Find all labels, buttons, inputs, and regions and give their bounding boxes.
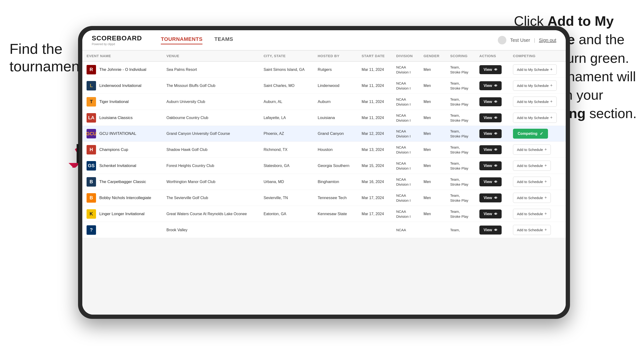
event-name-cell: T Tiger Invitational bbox=[82, 94, 162, 110]
hosted-cell: Kennesaw State bbox=[313, 206, 357, 222]
add-to-schedule-button[interactable]: Add to Schedule + bbox=[513, 225, 551, 235]
scoring-cell: Team,Stroke Play bbox=[446, 158, 475, 174]
actions-cell: View 👁 bbox=[475, 110, 509, 126]
division-cell: NCAADivision I bbox=[392, 110, 419, 126]
event-name-text: Louisiana Classics bbox=[99, 116, 133, 120]
nav-tabs: TOURNAMENTS TEAMS bbox=[161, 36, 233, 44]
app-header: SCOREBOARD Powered by clippd TOURNAMENTS… bbox=[82, 30, 566, 50]
date-cell: Mar 12, 2024 bbox=[357, 126, 392, 142]
view-label: View bbox=[484, 164, 492, 168]
event-name-cell: R The Johnnie - O Individual bbox=[82, 61, 162, 78]
add-to-schedule-button[interactable]: Add to My Schedule + bbox=[513, 64, 557, 75]
event-name-cell: K Linger Longer Invitational bbox=[82, 206, 162, 222]
plus-icon: + bbox=[550, 115, 553, 120]
event-name-text: The Carpetbagger Classic bbox=[99, 179, 146, 184]
col-actions: ACTIONS bbox=[475, 50, 509, 61]
competing-cell: Competing ✓ bbox=[509, 126, 566, 142]
view-button[interactable]: View 👁 bbox=[480, 65, 502, 74]
table-row: B Bobby Nichols Intercollegiate The Sevi… bbox=[82, 190, 566, 206]
view-button[interactable]: View 👁 bbox=[480, 226, 502, 234]
gender-cell: Men bbox=[419, 174, 446, 190]
eye-icon: 👁 bbox=[494, 180, 497, 184]
date-cell: Mar 11, 2024 bbox=[357, 110, 392, 126]
event-name-cell: L Lindenwood Invitational bbox=[82, 78, 162, 94]
tab-teams[interactable]: TEAMS bbox=[214, 36, 233, 44]
competing-button[interactable]: Competing ✓ bbox=[513, 129, 548, 139]
city-cell: Saint Charles, MO bbox=[259, 78, 313, 94]
add-label: Add to My Schedule bbox=[517, 100, 549, 104]
date-cell: Mar 11, 2024 bbox=[357, 61, 392, 78]
view-label: View bbox=[484, 132, 492, 136]
gender-cell: Men bbox=[419, 158, 446, 174]
eye-icon: 👁 bbox=[494, 116, 497, 120]
event-name-cell: B Bobby Nichols Intercollegiate bbox=[82, 190, 162, 206]
eye-icon: 👁 bbox=[494, 228, 497, 232]
add-to-schedule-button[interactable]: Add to My Schedule + bbox=[513, 97, 557, 107]
left-annotation: Find the tournament. bbox=[10, 40, 90, 75]
gender-cell: Men bbox=[419, 126, 446, 142]
view-button[interactable]: View 👁 bbox=[480, 113, 502, 122]
view-button[interactable]: View 👁 bbox=[480, 97, 502, 106]
col-date: START DATE bbox=[357, 50, 392, 61]
checkmark-icon: ✓ bbox=[540, 131, 543, 136]
add-to-schedule-button[interactable]: Add to My Schedule + bbox=[513, 81, 557, 91]
scoring-cell: Team,Stroke Play bbox=[446, 110, 475, 126]
actions-cell: View 👁 bbox=[475, 126, 509, 142]
division-cell: NCAADivision I bbox=[392, 78, 419, 94]
division-cell: NCAADivision I bbox=[392, 142, 419, 158]
view-button[interactable]: View 👁 bbox=[480, 145, 502, 154]
gender-cell: Men bbox=[419, 78, 446, 94]
view-button[interactable]: View 👁 bbox=[480, 193, 502, 202]
team-logo: R bbox=[86, 65, 96, 74]
add-to-schedule-button[interactable]: Add to Schedule + bbox=[513, 209, 551, 219]
team-logo: B bbox=[86, 177, 96, 186]
view-label: View bbox=[484, 84, 492, 88]
venue-cell: Auburn University Club bbox=[162, 94, 260, 110]
event-name-text: Champions Cup bbox=[99, 147, 128, 152]
event-name-cell: LA Louisiana Classics bbox=[82, 110, 162, 126]
add-to-schedule-button[interactable]: Add to Schedule + bbox=[513, 145, 551, 155]
actions-cell: View 👁 bbox=[475, 222, 509, 238]
add-label: Add to My Schedule bbox=[517, 116, 549, 120]
city-cell: Phoenix, AZ bbox=[259, 126, 313, 142]
city-cell bbox=[259, 222, 313, 238]
add-to-schedule-button[interactable]: Add to Schedule + bbox=[513, 161, 551, 171]
col-city: CITY, STATE bbox=[259, 50, 313, 61]
view-label: View bbox=[484, 116, 492, 120]
actions-cell: View 👁 bbox=[475, 174, 509, 190]
add-to-schedule-button[interactable]: Add to Schedule + bbox=[513, 177, 551, 187]
division-cell: NCAADivision I bbox=[392, 190, 419, 206]
plus-icon: + bbox=[544, 147, 547, 152]
event-name-text: The Johnnie - O Individual bbox=[99, 67, 146, 72]
view-button[interactable]: View 👁 bbox=[480, 129, 502, 138]
date-cell: Mar 17, 2024 bbox=[357, 190, 392, 206]
col-competing: COMPETING bbox=[509, 50, 566, 61]
add-to-schedule-button[interactable]: Add to My Schedule + bbox=[513, 113, 557, 123]
plus-icon: + bbox=[544, 227, 547, 232]
date-cell bbox=[357, 222, 392, 238]
plus-icon: + bbox=[544, 195, 547, 200]
competing-cell: Add to Schedule + bbox=[509, 158, 566, 174]
tab-tournaments[interactable]: TOURNAMENTS bbox=[161, 36, 202, 44]
add-to-schedule-button[interactable]: Add to Schedule + bbox=[513, 193, 551, 203]
competing-cell: Add to My Schedule + bbox=[509, 110, 566, 126]
view-button[interactable]: View 👁 bbox=[480, 177, 502, 186]
scoring-cell: Team, bbox=[446, 222, 475, 238]
hosted-cell: Tennessee Tech bbox=[313, 190, 357, 206]
view-button[interactable]: View 👁 bbox=[480, 161, 502, 170]
signout-link[interactable]: Sign out bbox=[539, 37, 556, 43]
venue-cell: The Sevierville Golf Club bbox=[162, 190, 260, 206]
view-button[interactable]: View 👁 bbox=[480, 81, 502, 90]
event-name-text: Tiger Invitational bbox=[99, 99, 129, 104]
actions-cell: View 👁 bbox=[475, 158, 509, 174]
event-name-text: Linger Longer Invitational bbox=[99, 212, 144, 216]
gender-cell: Men bbox=[419, 206, 446, 222]
team-logo: LA bbox=[86, 113, 96, 123]
city-cell: Urbana, MD bbox=[259, 174, 313, 190]
venue-cell: Grand Canyon University Golf Course bbox=[162, 126, 260, 142]
division-cell: NCAADivision I bbox=[392, 206, 419, 222]
view-label: View bbox=[484, 100, 492, 104]
view-button[interactable]: View 👁 bbox=[480, 209, 502, 218]
table-row: ? Brook ValleyNCAATeam, View 👁 Add to Sc… bbox=[82, 222, 566, 238]
table-row: L Lindenwood Invitational The Missouri B… bbox=[82, 78, 566, 94]
